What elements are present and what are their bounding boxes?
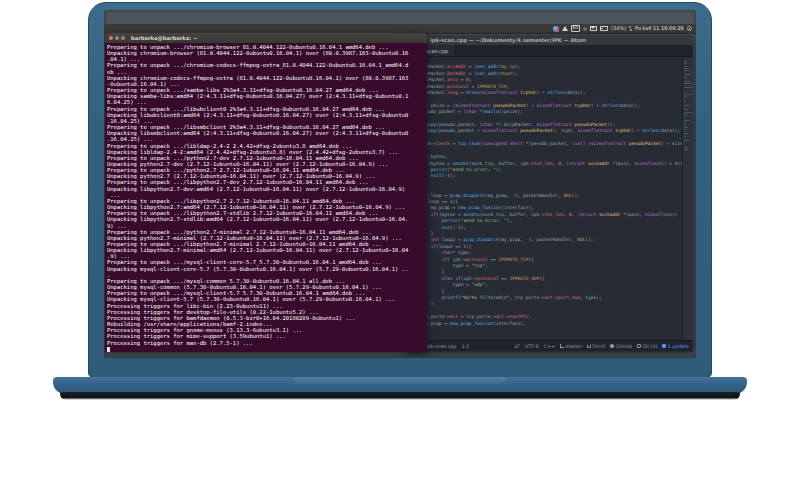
minimap-line	[684, 127, 688, 128]
status-right: LFUTF-8C++masterFetchGitHubGit (0)1 upda…	[514, 344, 689, 349]
terminal-line: Unpacking libpython2.7-stdlib:amd64 (2.7…	[107, 216, 427, 222]
terminal-cursor	[107, 347, 110, 352]
status-github[interactable]: GitHub	[610, 344, 632, 349]
terminal-line: Unpacking samba-libs:amd64 (2:4.3.11+dfs…	[107, 93, 427, 99]
status-git-changes[interactable]: Git (0)	[637, 344, 657, 349]
minimap-line	[684, 109, 688, 110]
minimap-line	[684, 122, 686, 123]
status-line-ending[interactable]: LF	[514, 344, 519, 349]
editor-pane[interactable]: 531532tcpPacket.srcAddr = inet_addr(my_i…	[404, 57, 693, 340]
minimize-button[interactable]	[115, 36, 119, 40]
terminal-line: Preparing to unpack .../libwbclient0_2%3…	[107, 106, 427, 112]
minimap-line	[684, 83, 693, 84]
code-line: 542memcpy(pseudo_packet + sizeof(struct …	[404, 128, 682, 134]
minimap-line	[684, 98, 685, 99]
minimap-line	[684, 147, 688, 148]
terminal-line: Preparing to unpack .../chromium-codecs-…	[107, 62, 427, 68]
status-item-label: master	[565, 344, 582, 349]
minimap-line	[684, 81, 690, 82]
sync-icon	[587, 344, 591, 348]
system-tray: En (34%) Po kvě 11 16:09:29	[553, 25, 697, 33]
minimap-line	[684, 77, 687, 78]
minimap-line	[684, 125, 686, 126]
code-editor[interactable]: 531532tcpPacket.srcAddr = inet_addr(my_i…	[404, 57, 682, 340]
panel-clock[interactable]: Po kvě 11 16:09:29	[635, 26, 683, 31]
network-arrows-icon[interactable]	[629, 26, 632, 31]
minimap-line	[684, 92, 685, 93]
battery-icon[interactable]	[600, 26, 608, 30]
minimap-line	[684, 87, 693, 88]
minimap-line	[684, 96, 687, 97]
minimap-line	[684, 105, 689, 106]
update-icon	[662, 344, 666, 348]
terminal-line: Unpacking libwbclient0:amd64 (2:4.3.11+d…	[107, 112, 427, 118]
terminal-line: Unpacking libpython2.7-minimal:amd64 (2.…	[107, 247, 427, 253]
minimap-line	[684, 66, 686, 67]
terminal-titlebar[interactable]: barborka@barborka: ~	[105, 33, 427, 43]
atom-window: ipk-scan.cpp — ~/Dokumenty/4.semester/IP…	[404, 35, 693, 352]
status-item-label: LF	[514, 344, 519, 349]
minimap-scrollbar[interactable]	[682, 57, 693, 340]
atom-window-title: ipk-scan.cpp — ~/Dokumenty/4.semester/IP…	[430, 37, 586, 43]
maximize-button[interactable]	[121, 36, 125, 40]
battery-level	[601, 28, 603, 30]
status-fetch[interactable]: Fetch	[587, 344, 605, 349]
minimap-line	[684, 149, 688, 150]
status-git-branch[interactable]: master	[560, 344, 582, 349]
terminal-line: Unpacking libldap-2.4-2:amd64 (2.4.42+df…	[107, 149, 427, 155]
status-item-label: GitHub	[615, 344, 632, 349]
diff-icon	[637, 344, 641, 348]
messages-icon[interactable]	[590, 26, 597, 31]
status-cursor-position[interactable]: 1:1	[462, 344, 470, 349]
terminal-line: Preparing to unpack .../mysql-client-cor…	[107, 259, 427, 265]
terminal-line: Unpacking libsmbclient:amd64 (2:4.3.11+d…	[107, 130, 427, 136]
laptop-lid: En (34%) Po kvě 11 16:09:29 ipk-scan.cpp…	[88, 2, 712, 378]
code-line: 574	[404, 333, 682, 339]
atom-titlebar[interactable]: ipk-scan.cpp — ~/Dokumenty/4.semester/IP…	[404, 35, 693, 45]
status-updates[interactable]: 1 update	[662, 344, 689, 349]
laptop-screen: En (34%) Po kvě 11 16:09:29 ipk-scan.cpp…	[104, 10, 696, 358]
laptop-bottom-edge	[60, 392, 740, 400]
atom-status-bar: projekt/ipk-scan.cpp 1:1 LFUTF-8C++maste…	[404, 340, 693, 351]
battery-nub	[607, 28, 608, 30]
minimap-line	[684, 68, 687, 69]
close-button[interactable]	[109, 36, 113, 40]
status-item-label: 1 update	[668, 344, 689, 349]
terminal-window: barborka@barborka: ~ Preparing to unpack…	[105, 33, 427, 352]
minimap-line	[684, 114, 687, 115]
terminal-body[interactable]: Preparing to unpack .../chromium-browser…	[105, 43, 427, 352]
status-item-label: UTF-8	[525, 344, 539, 349]
minimap-line	[684, 94, 693, 95]
terminal-line: Unpacking mysql-client-5.7 (5.7.30-0ubun…	[107, 296, 427, 302]
envelope-flap-icon	[591, 27, 595, 29]
terminal-line: Unpacking mysql-client-core-5.7 (5.7.30-…	[107, 266, 427, 272]
battery-percentage: (34%)	[611, 26, 626, 31]
terminal-line: Unpacking libpython2.7-dev:amd64 (2.7.12…	[107, 186, 427, 192]
atom-tab-bar: C ipk-scan.cpp	[404, 45, 693, 57]
minimap-line	[684, 112, 693, 113]
notification-dot	[556, 29, 558, 31]
terminal-line: Unpacking chromium-browser (81.0.4044.12…	[107, 50, 427, 56]
github-icon	[610, 344, 614, 348]
minimap-line	[684, 120, 690, 121]
bluetooth-icon[interactable]	[583, 27, 587, 31]
arrow-left-icon	[629, 29, 632, 31]
minimap-line	[684, 74, 691, 75]
wifi-icon[interactable]	[562, 26, 568, 31]
status-encoding[interactable]: UTF-8	[525, 344, 539, 349]
minimap-line	[684, 138, 685, 139]
terminal-prompt-line	[107, 346, 427, 352]
input-method-icon[interactable]	[553, 26, 559, 32]
status-item-label: Git (0)	[642, 344, 657, 349]
minimap-line	[684, 61, 687, 62]
minimap-line	[684, 129, 686, 130]
minimap-line	[684, 133, 688, 134]
keyboard-layout-indicator[interactable]: En	[571, 25, 581, 33]
branch-icon	[560, 344, 564, 348]
session-gear-icon[interactable]	[687, 26, 693, 32]
minimap-line	[684, 136, 686, 137]
terminal-title: barborka@barborka: ~	[131, 35, 198, 41]
minimap-line	[684, 70, 689, 71]
status-grammar[interactable]: C++	[544, 344, 555, 349]
minimap-line	[684, 107, 685, 108]
